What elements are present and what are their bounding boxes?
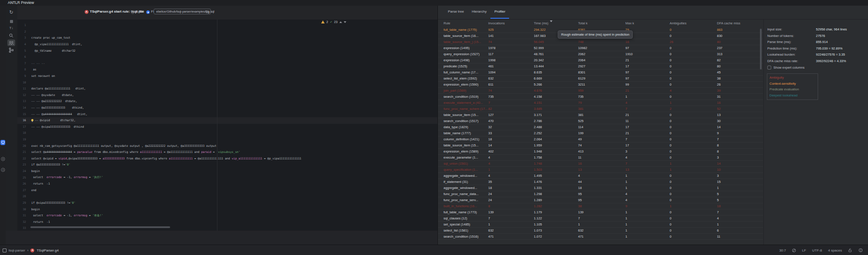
intention-bulb-icon[interactable] bbox=[31, 119, 33, 121]
line-number: 5 bbox=[17, 49, 26, 53]
profiler-row[interactable]: expression (1495)197852.99910982970237 bbox=[438, 45, 763, 51]
line-number: 23 bbox=[17, 163, 26, 166]
file-path-field[interactable]: ebelice/Github/tsql-parser/examples/big.… bbox=[154, 9, 211, 14]
column-header-cm[interactable]: Max k bbox=[625, 20, 634, 26]
tab-hierarchy[interactable]: Hierarchy bbox=[468, 6, 490, 19]
editor-horizontal-scrollbar[interactable] bbox=[30, 226, 170, 228]
error-status-icon[interactable] bbox=[858, 248, 863, 252]
line-number: 12 bbox=[17, 93, 26, 97]
profiler-row[interactable]: table_source_item (15...1273.17138121013 bbox=[438, 112, 763, 118]
breadcrumb-file[interactable]: TSqlParser.g4 bbox=[36, 248, 59, 252]
column-header-cd[interactable]: DFA cache miss bbox=[717, 20, 740, 26]
profiler-row[interactable]: search_condition (1516)4711.0724711011 bbox=[438, 234, 763, 240]
profiler-row[interactable]: sql_clauses (12)71.1227104 bbox=[438, 215, 763, 222]
input-radio[interactable] bbox=[131, 10, 135, 14]
find-icon[interactable] bbox=[7, 32, 15, 39]
profiler-row[interactable]: built_in_functions (16...81.282389118 bbox=[438, 203, 763, 209]
profiler-row[interactable]: expression_elem (1590)6115.266321199026 bbox=[438, 82, 763, 88]
profiler-row[interactable]: table_source_item (15...141.959741708 bbox=[438, 142, 763, 149]
profiler-row[interactable]: join_part (1569)744.67695921439 bbox=[438, 88, 763, 94]
code-line: 7-- -- -- bbox=[17, 60, 437, 67]
line-ending[interactable]: LF bbox=[802, 248, 806, 252]
preview-toolbar: ↻T↓ bbox=[6, 6, 17, 245]
code-line: 14—— —— @a333333333333 dtkind, bbox=[17, 105, 437, 111]
unlock-icon[interactable] bbox=[848, 248, 852, 252]
line-number: 29 bbox=[17, 201, 26, 205]
code-line: 6 bbox=[17, 54, 437, 60]
chevron-up-icon[interactable] bbox=[339, 21, 342, 23]
chevron-down-icon[interactable] bbox=[344, 21, 346, 23]
checkbox-icon[interactable] bbox=[767, 66, 771, 70]
profiler-row[interactable]: sql_union (1561)41.748167114 bbox=[438, 161, 763, 167]
antlr-preview-tool-icon[interactable] bbox=[0, 140, 5, 145]
profiler-row[interactable]: expression_elem (1589)4021.948413308 bbox=[438, 149, 763, 155]
file-radio[interactable] bbox=[146, 10, 150, 14]
stat-row: Input size:52958 char, 964 lines bbox=[764, 26, 868, 33]
legend-deepest-lookahead: Deepest lookahead bbox=[767, 93, 818, 99]
folder-icon[interactable] bbox=[206, 10, 209, 13]
time-column-tooltip: Rough estimate of time (ms) spent in pre… bbox=[558, 30, 633, 39]
column-header-cr[interactable]: Rule bbox=[444, 20, 450, 26]
profiler-row[interactable]: func_proc_name_schem (17...823.685381725… bbox=[438, 106, 763, 112]
column-header-ca[interactable]: Ambiguities bbox=[670, 20, 687, 26]
profiler-row[interactable]: select_list (1581)6321.073632106 bbox=[438, 228, 763, 234]
profiler-row[interactable]: table_source_item_j (15...7456.045748162… bbox=[438, 39, 763, 45]
column-header-ck[interactable]: Total k bbox=[578, 20, 588, 26]
profiler-row[interactable]: search_condition (1519)7354.1587351031 bbox=[438, 94, 763, 100]
code-line: 13—— —— @a2222222222 dtdate, bbox=[17, 98, 437, 105]
profiler-row[interactable]: func_proc_name_serv...241.28995405 bbox=[438, 197, 763, 203]
profiler-row[interactable]: table_name (1777)332.2521992109 bbox=[438, 130, 763, 136]
caret-position[interactable]: 30:7 bbox=[779, 248, 786, 252]
profiler-row[interactable]: query_specification (1...11.5031313110 bbox=[438, 167, 763, 173]
profiler-row[interactable]: query_expression (1527)11748.76120621910… bbox=[438, 51, 763, 57]
scroll-to-source-icon[interactable]: T↓ bbox=[7, 25, 15, 31]
line-number: 17 bbox=[17, 125, 26, 129]
profiler-row[interactable]: func_proc_name_data...241.29895405 bbox=[438, 191, 763, 197]
profiler-row[interactable]: if_statement (31)351.476441015 bbox=[438, 179, 763, 185]
profiler-row[interactable]: full_table_name (1773)1391.179139107 bbox=[438, 209, 763, 215]
profiler-row[interactable]: search_condition (1517)4702.78652511030 bbox=[438, 118, 763, 124]
tab-parse-tree[interactable]: Parse tree bbox=[444, 6, 468, 19]
line-number: 3 bbox=[17, 36, 26, 40]
panel-title: ANTLR Preview bbox=[8, 0, 34, 6]
stop-icon[interactable] bbox=[7, 18, 15, 25]
profiler-scrollbar[interactable] bbox=[760, 29, 762, 70]
column-header-ct[interactable]: Time (ms) bbox=[534, 20, 548, 26]
profiler-row[interactable]: full_column_name (17...10948.63583019704… bbox=[438, 70, 763, 76]
profiler-row[interactable]: set_special (1485)11.1051101 bbox=[438, 222, 763, 228]
tab-profiler[interactable]: Profiler bbox=[490, 6, 509, 19]
breadcrumb-project[interactable]: tsql-parser bbox=[9, 248, 25, 252]
svg-text:A: A bbox=[2, 169, 4, 171]
code-line: 8 as bbox=[17, 66, 437, 73]
profiler-row[interactable]: execute_parameter (1...41.75811403 bbox=[438, 155, 763, 161]
profiler-row[interactable]: aggregate_windowed...181.33118101 bbox=[438, 185, 763, 191]
no-inspection-icon[interactable] bbox=[792, 248, 796, 252]
hierarchy-icon[interactable] bbox=[7, 40, 15, 46]
structure-icon[interactable] bbox=[7, 47, 15, 53]
antlr-grammar-tool-icon[interactable]: A bbox=[0, 167, 5, 172]
profiler-legend: AmbiguityContext-sensitivityPredicate ev… bbox=[767, 73, 818, 100]
preview-tabs: Parse treeHierarchyProfiler bbox=[444, 6, 509, 19]
line-number: 33 bbox=[17, 226, 26, 230]
input-radio-label[interactable]: Input bbox=[136, 10, 144, 13]
warning-count: 2 bbox=[326, 20, 328, 23]
legend-ambiguity: Ambiguity bbox=[767, 75, 818, 81]
profiler-row[interactable]: data_type (1829)322.48811417014 bbox=[438, 124, 763, 130]
column-header-ci[interactable]: Invocations bbox=[488, 20, 505, 26]
indent-setting[interactable]: 4 spaces bbox=[828, 248, 842, 252]
show-expert-columns[interactable]: Show expert columns bbox=[767, 66, 805, 70]
inspection-widget[interactable]: 2 ✓ 23 bbox=[321, 20, 346, 24]
profiler-row[interactable]: aggregate_windowed...41.4954103 bbox=[438, 173, 763, 179]
code-line: 15—— —— @a4444444444444444 dtint, bbox=[17, 111, 437, 117]
run-tool-icon[interactable] bbox=[0, 156, 5, 162]
profiler-row[interactable]: expression (1498)199820.342206421082 bbox=[438, 57, 763, 63]
line-number: 14 bbox=[17, 106, 26, 109]
refresh-icon[interactable]: ↻ bbox=[7, 9, 15, 16]
line-number: 24 bbox=[17, 169, 26, 173]
profiler-row[interactable]: column_definition (1421)182.06449707 bbox=[438, 136, 763, 142]
profiler-row[interactable]: select_list_elem (1592)6326.669612997038 bbox=[438, 76, 763, 82]
profiler-row[interactable]: execute_statement_a (40...74.151794116 bbox=[438, 100, 763, 106]
code-editor[interactable]: 123create proc up_com_test4 @p_vipa11111… bbox=[17, 20, 437, 231]
encoding[interactable]: UTF-8 bbox=[812, 248, 822, 252]
profiler-row[interactable]: predicate (1525)46113.444292717080 bbox=[438, 63, 763, 70]
